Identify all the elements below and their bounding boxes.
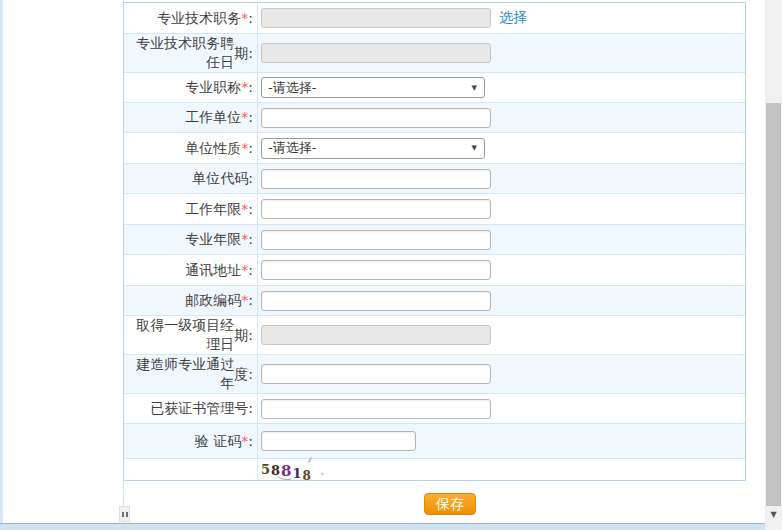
form-row-captcha-image: 58818 — [124, 459, 745, 480]
field-label: 单位性质*: — [124, 133, 258, 163]
captcha-noise-mark — [321, 472, 325, 475]
field-label: 单位代码: — [124, 164, 258, 193]
field-value: 58818 — [258, 459, 745, 480]
field-label: 工作单位*: — [124, 103, 258, 132]
required-star: * — [241, 140, 248, 156]
required-star: * — [241, 262, 248, 278]
field-label: 建造师专业通过年度: — [124, 355, 258, 393]
work-years-input[interactable] — [261, 199, 491, 219]
select-value: -请选择- — [268, 139, 316, 157]
captcha-image: 58818 — [261, 459, 341, 480]
unit-nature-select[interactable]: -请选择-▼ — [261, 138, 485, 159]
panel-resize-grip[interactable] — [119, 506, 130, 522]
required-star: * — [241, 10, 248, 26]
work-unit-input[interactable] — [261, 108, 491, 128]
form-row-pm-cert-date: 取得一级项目经理日期: — [124, 316, 745, 355]
field-value — [258, 255, 745, 285]
field-value — [258, 225, 745, 254]
field-label: 邮政编码*: — [124, 286, 258, 315]
pm-cert-date-input — [261, 325, 491, 345]
constructor-pass-year-input[interactable] — [261, 364, 491, 384]
field-value: 选择 — [258, 3, 745, 33]
field-value — [258, 355, 745, 393]
bottom-border-bar — [0, 523, 765, 530]
form-table: 专业技术职务*:选择专业技术职务聘任日期:专业职称*:-请选择-▼工作单位*:单… — [123, 2, 746, 481]
mailing-address-input[interactable] — [261, 260, 491, 280]
field-value: -请选择-▼ — [258, 73, 745, 102]
form-row-captcha: 验 证 码*: — [124, 424, 745, 459]
form-row-prof-tech-post-date: 专业技术职务聘任日期: — [124, 34, 745, 73]
scrollbar-thumb[interactable] — [766, 103, 781, 506]
obtained-cert-no-input[interactable] — [261, 399, 491, 419]
field-value — [258, 316, 745, 354]
scroll-down-button[interactable]: ▼ — [765, 506, 782, 524]
chevron-down-icon: ▼ — [472, 144, 477, 152]
prof-tech-post-input — [261, 8, 491, 28]
form-row-major-years: 专业年限*: — [124, 225, 745, 255]
required-star: * — [241, 433, 248, 449]
form-row-work-unit: 工作单位*: — [124, 103, 745, 133]
field-value — [258, 34, 745, 72]
field-value — [258, 194, 745, 224]
left-panel — [3, 0, 123, 523]
captcha-input[interactable] — [261, 431, 416, 451]
field-value — [258, 394, 745, 423]
postal-code-input[interactable] — [261, 291, 491, 311]
field-label: 专业年限*: — [124, 225, 258, 254]
field-label: 通讯地址*: — [124, 255, 258, 285]
major-years-input[interactable] — [261, 230, 491, 250]
required-star: * — [241, 231, 248, 247]
field-label: 工作年限*: — [124, 194, 258, 224]
form-row-prof-tech-post: 专业技术职务*:选择 — [124, 3, 745, 34]
prof-tech-post-date-input — [261, 43, 491, 63]
required-star: * — [241, 201, 248, 217]
captcha-digit: 5 — [261, 462, 271, 477]
required-star: * — [241, 292, 248, 308]
form-row-postal-code: 邮政编码*: — [124, 286, 745, 316]
chevron-down-icon: ▼ — [472, 84, 477, 92]
field-label — [124, 459, 258, 480]
field-value — [258, 103, 745, 132]
form-row-work-years: 工作年限*: — [124, 194, 745, 225]
field-value — [258, 286, 745, 315]
form-row-mailing-address: 通讯地址*: — [124, 255, 745, 286]
required-star: * — [241, 109, 248, 125]
field-value: -请选择-▼ — [258, 133, 745, 163]
save-button[interactable]: 保存 — [424, 493, 476, 515]
triangle-down-icon: ▼ — [770, 510, 776, 519]
unit-code-input[interactable] — [261, 169, 491, 189]
field-label: 验 证 码*: — [124, 424, 258, 458]
prof-title-select[interactable]: -请选择-▼ — [261, 77, 485, 98]
captcha-digit: 1 — [293, 466, 303, 481]
field-label: 取得一级项目经理日期: — [124, 316, 258, 354]
required-star: * — [241, 79, 248, 95]
field-label: 专业技术职务*: — [124, 3, 258, 33]
field-label: 专业技术职务聘任日期: — [124, 34, 258, 72]
field-value — [258, 424, 745, 458]
form-row-unit-nature: 单位性质*:-请选择-▼ — [124, 133, 745, 164]
form-row-unit-code: 单位代码: — [124, 164, 745, 194]
form-row-obtained-cert-no: 已获证书管理号: — [124, 394, 745, 424]
field-label: 专业职称*: — [124, 73, 258, 102]
form-row-prof-title: 专业职称*:-请选择-▼ — [124, 73, 745, 103]
field-label: 已获证书管理号: — [124, 394, 258, 423]
vertical-scrollbar[interactable]: ▼ — [765, 0, 782, 530]
select-value: -请选择- — [268, 79, 316, 97]
prof-tech-post-select-link[interactable]: 选择 — [499, 9, 527, 27]
captcha-noise-mark — [308, 457, 312, 463]
captcha-digit: 8 — [303, 469, 312, 483]
field-value — [258, 164, 745, 193]
form-row-constructor-pass-year: 建造师专业通过年度: — [124, 355, 745, 394]
